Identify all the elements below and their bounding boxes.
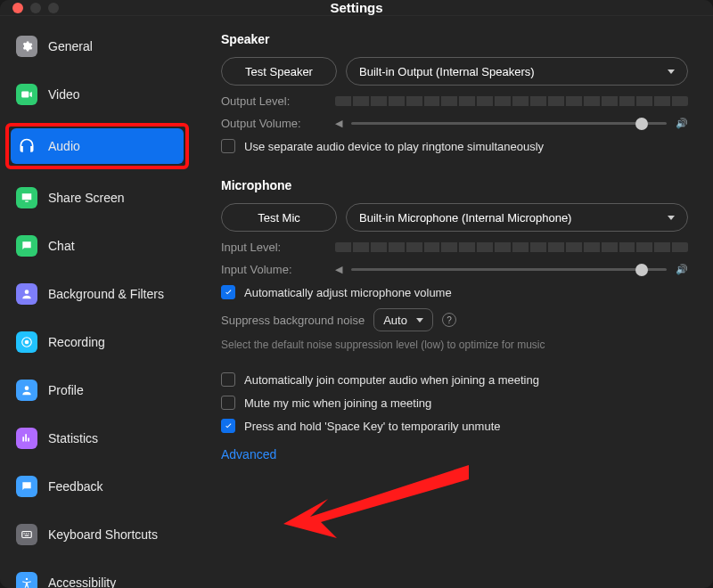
sidebar-item-label: Chat bbox=[48, 239, 75, 253]
noise-hint: Select the default noise suppression lev… bbox=[221, 339, 688, 351]
volume-low-icon: ◀ bbox=[335, 264, 342, 275]
chevron-down-icon bbox=[668, 69, 675, 74]
statistics-icon bbox=[16, 428, 37, 449]
output-level-meter bbox=[335, 96, 688, 106]
mute-on-join-checkbox[interactable] bbox=[221, 396, 235, 410]
titlebar: Settings bbox=[0, 0, 713, 16]
speaker-device-value: Built-in Output (Internal Speakers) bbox=[359, 65, 535, 78]
recording-icon bbox=[16, 331, 37, 353]
video-icon bbox=[16, 84, 37, 105]
sidebar-item-label: General bbox=[48, 39, 93, 53]
output-volume-label: Output Volume: bbox=[221, 117, 335, 130]
noise-suppress-select[interactable]: Auto bbox=[373, 308, 433, 331]
mute-on-join-label: Mute my mic when joining a meeting bbox=[244, 396, 431, 410]
headphones-icon bbox=[16, 135, 37, 157]
keyboard-icon bbox=[16, 524, 37, 545]
output-volume-slider[interactable]: ◀ 🔊 bbox=[335, 118, 688, 129]
press-space-unmute-checkbox[interactable] bbox=[221, 419, 235, 433]
ringtone-device-label: Use separate audio device to play ringto… bbox=[244, 140, 544, 153]
sidebar-item-label: Accessibility bbox=[48, 576, 116, 588]
input-level-meter bbox=[335, 242, 688, 252]
share-screen-icon bbox=[16, 187, 37, 208]
svg-rect-8 bbox=[25, 535, 29, 536]
speaker-heading: Speaker bbox=[221, 32, 688, 46]
advanced-link[interactable]: Advanced bbox=[221, 447, 276, 461]
chat-icon bbox=[16, 235, 37, 257]
press-space-unmute-label: Press and hold 'Space Key' to temporaril… bbox=[244, 420, 501, 433]
sidebar-item-label: Recording bbox=[48, 335, 105, 349]
sidebar-item-share-screen[interactable]: Share Screen bbox=[11, 184, 184, 212]
sidebar-item-statistics[interactable]: Statistics bbox=[11, 424, 184, 453]
auto-join-audio-checkbox[interactable] bbox=[221, 372, 235, 387]
test-mic-button[interactable]: Test Mic bbox=[221, 203, 337, 232]
volume-high-icon: 🔊 bbox=[676, 118, 688, 129]
chevron-down-icon bbox=[416, 318, 423, 323]
input-volume-slider[interactable]: ◀ 🔊 bbox=[335, 264, 688, 275]
sidebar-item-label: Statistics bbox=[48, 431, 98, 445]
auto-join-audio-label: Automatically join computer audio when j… bbox=[244, 373, 539, 387]
speaker-device-select[interactable]: Built-in Output (Internal Speakers) bbox=[346, 57, 688, 86]
sidebar-item-label: Audio bbox=[48, 139, 80, 153]
noise-suppress-value: Auto bbox=[383, 314, 407, 327]
sidebar-item-chat[interactable]: Chat bbox=[11, 232, 184, 260]
window-controls bbox=[12, 3, 59, 13]
svg-rect-7 bbox=[28, 533, 29, 534]
svg-point-0 bbox=[25, 290, 29, 294]
sidebar-item-general[interactable]: General bbox=[11, 32, 184, 61]
maximize-icon[interactable] bbox=[48, 3, 59, 13]
sidebar: General Video Audio bbox=[0, 16, 194, 588]
output-level-label: Output Level: bbox=[221, 94, 335, 108]
feedback-icon bbox=[16, 476, 37, 497]
volume-low-icon: ◀ bbox=[335, 118, 342, 129]
auto-adjust-mic-label: Automatically adjust microphone volume bbox=[244, 286, 452, 299]
sidebar-item-label: Video bbox=[48, 87, 80, 102]
svg-point-3 bbox=[25, 386, 29, 390]
close-icon[interactable] bbox=[12, 3, 23, 13]
svg-point-9 bbox=[26, 578, 28, 580]
sidebar-item-feedback[interactable]: Feedback bbox=[11, 472, 184, 501]
test-speaker-button[interactable]: Test Speaker bbox=[221, 57, 337, 86]
sidebar-item-label: Background & Filters bbox=[48, 287, 164, 301]
svg-rect-6 bbox=[26, 533, 27, 534]
annotation-arrow bbox=[275, 461, 471, 542]
settings-content: Speaker Test Speaker Built-in Output (In… bbox=[194, 16, 713, 588]
sidebar-item-video[interactable]: Video bbox=[11, 80, 184, 109]
accessibility-icon bbox=[16, 572, 37, 588]
sidebar-item-recording[interactable]: Recording bbox=[11, 328, 184, 356]
noise-suppress-label: Suppress background noise bbox=[221, 314, 365, 327]
sidebar-item-label: Profile bbox=[48, 383, 84, 397]
svg-point-2 bbox=[25, 340, 29, 345]
profile-icon bbox=[16, 380, 37, 401]
sidebar-item-label: Keyboard Shortcuts bbox=[48, 527, 158, 542]
sidebar-item-audio-highlight: Audio bbox=[5, 123, 189, 169]
background-filters-icon bbox=[16, 283, 37, 305]
sidebar-item-audio[interactable]: Audio bbox=[11, 128, 184, 164]
sidebar-item-label: Share Screen bbox=[48, 191, 125, 205]
svg-rect-5 bbox=[24, 533, 25, 534]
help-icon[interactable]: ? bbox=[442, 313, 456, 327]
auto-adjust-mic-checkbox[interactable] bbox=[221, 285, 235, 299]
sidebar-item-keyboard-shortcuts[interactable]: Keyboard Shortcuts bbox=[11, 520, 184, 549]
sidebar-item-accessibility[interactable]: Accessibility bbox=[11, 568, 184, 588]
input-level-label: Input Level: bbox=[221, 241, 335, 254]
sidebar-item-background-filters[interactable]: Background & Filters bbox=[11, 280, 184, 308]
ringtone-device-checkbox[interactable] bbox=[221, 139, 235, 153]
svg-rect-4 bbox=[22, 532, 32, 538]
volume-high-icon: 🔊 bbox=[676, 264, 688, 275]
chevron-down-icon bbox=[668, 216, 675, 220]
settings-window: Settings General Video bbox=[0, 0, 713, 588]
mic-device-select[interactable]: Built-in Microphone (Internal Microphone… bbox=[346, 203, 688, 232]
mic-device-value: Built-in Microphone (Internal Microphone… bbox=[359, 211, 571, 225]
window-title: Settings bbox=[0, 0, 713, 15]
sidebar-item-label: Feedback bbox=[48, 479, 102, 494]
gear-icon bbox=[16, 36, 37, 57]
input-volume-label: Input Volume: bbox=[221, 263, 335, 276]
sidebar-item-profile[interactable]: Profile bbox=[11, 376, 184, 404]
minimize-icon[interactable] bbox=[30, 3, 41, 13]
microphone-heading: Microphone bbox=[221, 178, 688, 192]
